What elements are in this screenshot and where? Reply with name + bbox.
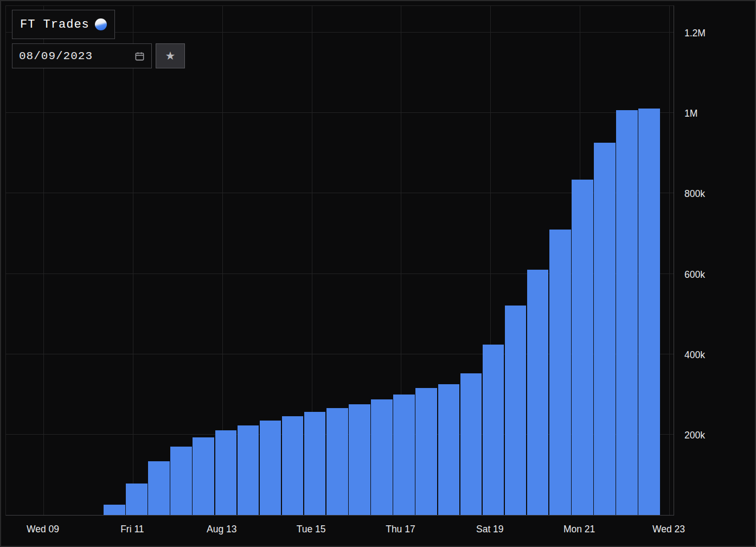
bar[interactable] <box>483 345 504 515</box>
bar[interactable] <box>193 437 214 515</box>
x-tick-label: Mon 21 <box>563 524 595 535</box>
y-tick-label: 1M <box>684 108 697 119</box>
bar[interactable] <box>594 143 616 515</box>
bar[interactable] <box>549 230 571 515</box>
x-tick-label: Tue 15 <box>297 524 326 535</box>
calendar-icon[interactable] <box>134 51 145 61</box>
bar[interactable] <box>415 388 437 515</box>
x-tick-label: Wed 23 <box>652 524 685 535</box>
y-tick-label: 1.2M <box>684 28 706 39</box>
bar[interactable] <box>215 430 237 515</box>
bar[interactable] <box>238 425 259 515</box>
gridline-vertical <box>43 6 44 515</box>
bar[interactable] <box>371 399 393 515</box>
bar[interactable] <box>126 484 148 515</box>
x-tick-label: Aug 13 <box>207 524 236 535</box>
date-value: 08/09/2023 <box>19 50 93 62</box>
date-input[interactable]: 08/09/2023 <box>12 43 152 68</box>
bar[interactable] <box>260 421 281 515</box>
gridline-horizontal <box>6 112 674 113</box>
gridline-vertical <box>133 6 133 515</box>
globe-sphere-icon <box>95 18 107 30</box>
y-tick-label: 800k <box>684 188 705 200</box>
bar[interactable] <box>349 404 370 515</box>
bar[interactable] <box>616 110 638 515</box>
chart-title-box: FT Trades <box>12 10 115 39</box>
x-tick-label: Wed 09 <box>27 524 59 535</box>
x-tick-label: Thu 17 <box>386 524 415 535</box>
bar[interactable] <box>104 505 125 515</box>
y-tick-label: 400k <box>684 349 705 360</box>
bar[interactable] <box>460 373 482 516</box>
y-tick-label: 200k <box>684 429 705 441</box>
star-button[interactable]: ★ <box>156 43 185 68</box>
x-tick-label: Sat 19 <box>476 524 504 535</box>
bar[interactable] <box>326 408 348 515</box>
bar[interactable] <box>282 416 304 515</box>
bar[interactable] <box>393 395 415 515</box>
chart-panel: 200k400k600k800k1M1.2M Wed 09Fri 11Aug 1… <box>0 0 756 547</box>
bar[interactable] <box>505 306 527 515</box>
bar[interactable] <box>638 109 660 515</box>
bar[interactable] <box>304 412 326 515</box>
gridline-vertical <box>669 6 670 515</box>
bar[interactable] <box>572 180 593 515</box>
plot-area <box>5 5 674 516</box>
bar[interactable] <box>148 461 170 515</box>
bar[interactable] <box>438 384 460 515</box>
bar[interactable] <box>170 447 192 515</box>
y-tick-label: 600k <box>684 269 705 280</box>
chart-title: FT Trades <box>20 18 89 31</box>
star-icon: ★ <box>165 49 176 62</box>
bar[interactable] <box>527 270 549 515</box>
x-tick-label: Fri 11 <box>120 524 144 535</box>
